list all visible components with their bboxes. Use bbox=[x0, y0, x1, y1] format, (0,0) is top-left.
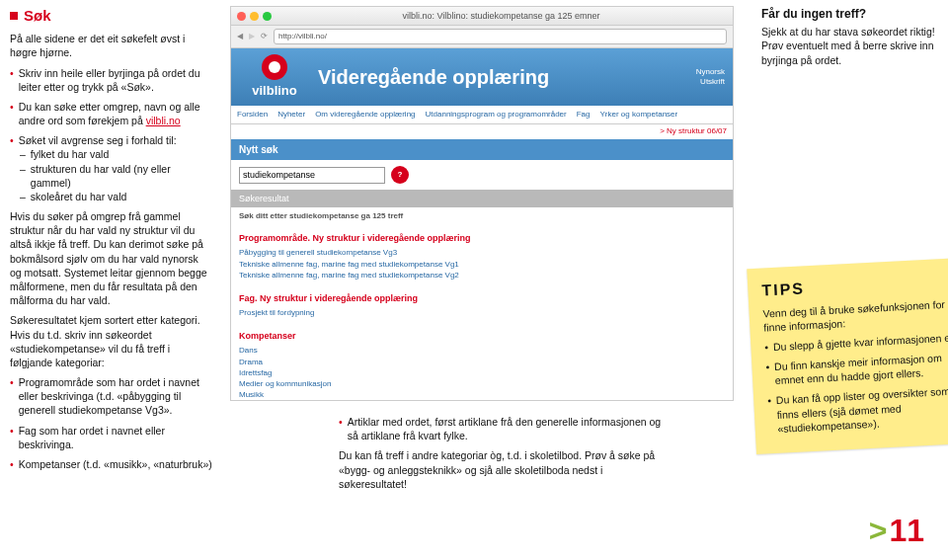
results-count: Søk ditt etter studiekompetanse ga 125 t… bbox=[231, 207, 733, 226]
window-title: vilbli.no: Vilblino: studiekompetanse ga… bbox=[276, 10, 727, 22]
bullet-text: Fag som har ordet i navnet eller beskriv… bbox=[19, 424, 212, 451]
group-heading: Kompetanser bbox=[239, 330, 725, 342]
result-link[interactable]: Medier og kommunikasjon bbox=[239, 378, 725, 389]
lang-link[interactable]: Nynorsk bbox=[696, 67, 725, 77]
bullet-item: • Kompetanser (t.d. «musikk», «naturbruk… bbox=[10, 457, 212, 471]
window-titlebar: vilbli.no: Vilblino: studiekompetanse ga… bbox=[231, 7, 733, 26]
sub-item: – fylket du har vald bbox=[10, 147, 212, 161]
chevron-right-icon: > bbox=[869, 513, 888, 548]
no-hits-heading: Får du ingen treff? bbox=[761, 6, 948, 22]
tab-item[interactable]: Fag bbox=[577, 110, 591, 120]
no-hits-block: Får du ingen treff? Sjekk at du har stav… bbox=[761, 6, 948, 67]
zoom-icon[interactable] bbox=[263, 12, 272, 21]
tips-text: Du slepp å gjette kvar informasjonen er. bbox=[773, 330, 948, 354]
bullet-text: Artiklar med ordet, først artiklane frå … bbox=[348, 415, 665, 442]
vilbli-link[interactable]: vilbli.no bbox=[146, 115, 181, 126]
site-banner: vilblino Videregående opplæring Nynorsk … bbox=[231, 48, 733, 106]
paragraph: Du kan få treff i andre kategoriar òg, t… bbox=[339, 448, 665, 491]
result-link[interactable]: Prosjekt til fordypning bbox=[239, 307, 725, 318]
tips-text: Du finn kanskje meir informasjon om emne… bbox=[774, 350, 948, 388]
result-link[interactable]: Naturbruk bbox=[239, 400, 725, 401]
result-group: Fag. Ny struktur i videregående opplærin… bbox=[231, 286, 733, 324]
search-button[interactable]: ? bbox=[391, 166, 409, 184]
tips-item: • Du kan få opp lister og oversikter som… bbox=[767, 383, 948, 436]
tips-item: • Du slepp å gjette kvar informasjonen e… bbox=[764, 329, 948, 354]
tab-item[interactable]: Forsiden bbox=[237, 110, 268, 120]
browser-toolbar: ◀ ▶ ⟳ http://vilbli.no/ bbox=[231, 26, 733, 48]
bullet-item: • Søket vil avgrense seg i forhald til: bbox=[10, 133, 212, 147]
section-title: Søk bbox=[24, 6, 51, 26]
bullet-item: • Du kan søke etter omgrep, navn og alle… bbox=[10, 100, 212, 127]
page-number: >11 bbox=[869, 510, 924, 552]
bullet-dot-icon: • bbox=[10, 457, 14, 471]
new-search-heading: Nytt søk bbox=[231, 139, 733, 161]
reload-icon[interactable]: ⟳ bbox=[261, 32, 268, 42]
search-row: ? bbox=[231, 160, 733, 190]
bullet-dot-icon: • bbox=[339, 415, 343, 442]
dash-icon: – bbox=[20, 190, 26, 203]
sub-text: skoleåret du har vald bbox=[31, 190, 126, 203]
close-icon[interactable] bbox=[237, 12, 246, 21]
no-hits-text: Sjekk at du har stava søkeordet riktig! … bbox=[761, 25, 948, 67]
bullet-text: Skriv inn heile eller byrjinga på ordet … bbox=[19, 66, 212, 94]
logo-text: vilblino bbox=[252, 82, 297, 100]
result-group: Kompetanser Dans Drama Idrettsfag Medier… bbox=[231, 324, 733, 401]
bullet-text: Kompetanser (t.d. «musikk», «naturbruk») bbox=[19, 457, 212, 471]
site-logo[interactable]: vilblino bbox=[231, 54, 318, 100]
red-square-icon bbox=[10, 12, 18, 20]
result-link[interactable]: Musikk bbox=[239, 389, 725, 400]
right-column: Får du ingen treff? Sjekk at du har stav… bbox=[761, 6, 948, 497]
sub-item: – skoleåret du har vald bbox=[10, 190, 212, 203]
result-link[interactable]: Idrettsfag bbox=[239, 367, 725, 378]
tips-intro: Venn deg til å bruke søkefunksjonen for … bbox=[762, 295, 948, 334]
minimize-icon[interactable] bbox=[250, 12, 259, 21]
banner-title: Videregående opplæring bbox=[318, 64, 549, 91]
address-bar[interactable]: http://vilbli.no/ bbox=[274, 29, 727, 44]
forward-icon[interactable]: ▶ bbox=[249, 32, 255, 42]
tips-heading: TIPS bbox=[761, 270, 948, 302]
middle-column: vilbli.no: Vilblino: studiekompetanse ga… bbox=[230, 6, 744, 497]
paragraph: Søkeresultatet kjem sortert etter katego… bbox=[10, 313, 212, 369]
sub-item: – strukturen du har vald (ny eller gamme… bbox=[10, 162, 212, 190]
result-link[interactable]: Dans bbox=[239, 345, 725, 356]
print-link[interactable]: Utskrift bbox=[696, 77, 725, 87]
bullet-dot-icon: • bbox=[767, 394, 773, 437]
result-link[interactable]: Tekniske allmenne fag, marine fag med st… bbox=[239, 270, 725, 280]
bullet-item: • Programområde som har ordet i navnet e… bbox=[10, 375, 212, 418]
bullet-item: • Fag som har ordet i navnet eller beskr… bbox=[10, 424, 212, 451]
bullet-dot-icon: • bbox=[10, 66, 14, 94]
tab-item[interactable]: Om videregående opplæring bbox=[315, 110, 415, 120]
bullet-item: • Skriv inn heile eller byrjinga på orde… bbox=[10, 66, 212, 94]
structure-indicator: > Ny struktur 06/07 bbox=[231, 124, 733, 139]
section-heading: Søk bbox=[10, 6, 212, 26]
article-text: • Artiklar med ordet, først artiklane fr… bbox=[230, 415, 744, 491]
group-heading: Fag. Ny struktur i videregående opplærin… bbox=[239, 292, 725, 304]
back-icon[interactable]: ◀ bbox=[237, 32, 243, 42]
bullet-dot-icon: • bbox=[10, 133, 14, 147]
bullet-item: • Artiklar med ordet, først artiklane fr… bbox=[339, 415, 665, 442]
tips-text: Du kan få opp lister og oversikter som i… bbox=[776, 383, 948, 436]
result-link[interactable]: Påbygging til generell studiekompetanse … bbox=[239, 247, 725, 258]
browser-window: vilbli.no: Vilblino: studiekompetanse ga… bbox=[230, 6, 734, 401]
logo-circle-icon bbox=[262, 54, 287, 80]
tips-note: TIPS Venn deg til å bruke søkefunksjonen… bbox=[747, 257, 948, 454]
group-heading: Programområde. Ny struktur i videregåend… bbox=[239, 232, 725, 244]
dash-icon: – bbox=[20, 162, 26, 190]
bullet-dot-icon: • bbox=[10, 375, 14, 418]
bullet-text: Søket vil avgrense seg i forhald til: bbox=[19, 133, 177, 147]
tab-item[interactable]: Utdanningsprogram og programområder bbox=[426, 110, 567, 120]
result-group: Programområde. Ny struktur i videregåend… bbox=[231, 226, 733, 286]
tab-item[interactable]: Nyheter bbox=[277, 110, 305, 120]
result-link[interactable]: Drama bbox=[239, 357, 725, 367]
tab-item[interactable]: Yrker og kompetanser bbox=[600, 110, 678, 120]
bullet-dot-icon: • bbox=[765, 360, 770, 387]
tips-item: • Du finn kanskje meir informasjon om em… bbox=[765, 350, 948, 388]
result-link[interactable]: Tekniske allmenne fag, marine fag med st… bbox=[239, 259, 725, 270]
banner-links: Nynorsk Utskrift bbox=[696, 67, 733, 86]
bullet-dot-icon: • bbox=[764, 340, 768, 354]
search-input[interactable] bbox=[239, 167, 385, 184]
bullet-dot-icon: • bbox=[10, 100, 14, 127]
dash-icon: – bbox=[20, 147, 26, 161]
intro-paragraph: På alle sidene er det eit søkefelt øvst … bbox=[10, 32, 212, 59]
bullet-dot-icon: • bbox=[10, 424, 14, 451]
